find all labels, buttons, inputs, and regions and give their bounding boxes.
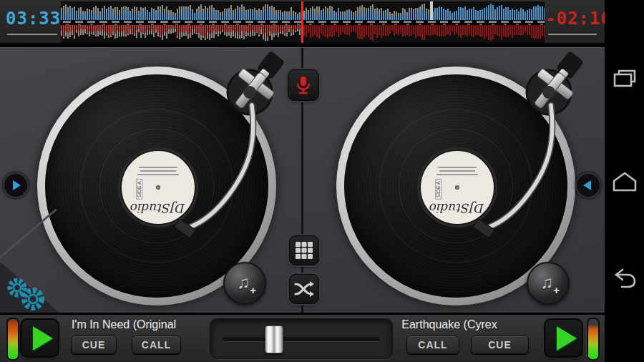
home-icon [612,171,638,192]
microphone-button[interactable] [288,69,319,101]
elapsed-time-display: 03:33 [6,9,60,29]
android-navigation-bar [605,0,644,362]
grid-icon [295,241,313,260]
home-button[interactable] [612,169,638,195]
left-record-label-brand: DJStudio [122,201,195,215]
settings-gears-icon[interactable] [4,275,52,311]
left-arrow-icon [583,180,591,190]
left-cue-button[interactable]: CUE [71,336,117,354]
music-note-icon: ♫ [540,274,553,291]
remaining-time-display: -02:16 [545,9,601,29]
left-label-text-line [139,167,177,168]
music-note-icon: ♫ [237,274,250,291]
right-label-text-line [438,167,477,168]
elapsed-time-underline [7,34,57,35]
right-track-title: Earthquake (Cyrex [395,318,504,331]
right-vu-meter [587,318,600,361]
left-label-text-line [140,170,176,172]
right-label-text-line [439,170,475,172]
right-panel-expand-button[interactable] [575,172,601,198]
crossfader-handle[interactable] [265,326,283,353]
left-track-title: I'm In Need (Original [63,318,185,331]
sampler-pads-button[interactable] [289,235,319,265]
left-spindle-hole [156,185,160,190]
crossfade-curves-button[interactable] [289,274,319,304]
right-play-button[interactable] [544,318,583,358]
right-call-button[interactable]: CALL [406,336,459,354]
play-icon [33,326,53,351]
transport-bar: I'm In Need (Original CUE CALL Earthquak… [0,313,605,362]
right-record-label-side: SIDE A [435,179,441,200]
right-record-label: DJStudio SIDE A [419,150,495,225]
dj-studio-app: 03:33 -02:16 DJStudio SIDE A [0,0,644,362]
left-call-button[interactable]: CALL [132,336,181,354]
left-add-track-button[interactable]: ♫ + [223,262,266,305]
recent-apps-icon [613,68,637,91]
recent-apps-button[interactable] [612,67,638,92]
right-record-label-brand: DJStudio [421,201,494,215]
left-play-button[interactable] [20,318,59,358]
back-button[interactable] [612,265,638,291]
crossfader-groove[interactable] [223,337,380,341]
right-arrow-icon [13,180,21,190]
dual-waveform-display[interactable] [61,1,545,43]
play-icon [557,326,577,351]
plus-icon: + [553,284,560,296]
remaining-time-underline [548,34,597,35]
right-spindle-hole [455,185,459,190]
right-label-text-line [436,174,478,175]
left-label-text-line [137,174,179,175]
left-vu-meter [6,318,19,361]
back-icon [613,268,636,289]
right-cue-button[interactable]: CUE [471,336,529,354]
right-add-track-button[interactable]: ♫ + [527,262,570,305]
left-record-label: DJStudio SIDE A [120,150,196,225]
deck-area: DJStudio SIDE A DJStudio SIDE A [0,47,605,313]
waveform-top-bar: 03:33 -02:16 [0,0,605,45]
left-panel-expand-button[interactable] [3,172,29,198]
crossfader[interactable] [210,318,393,359]
plus-icon: + [250,284,256,296]
shuffle-icon [294,280,314,298]
microphone-icon [294,75,313,95]
left-record-label-side: SIDE A [136,179,142,200]
